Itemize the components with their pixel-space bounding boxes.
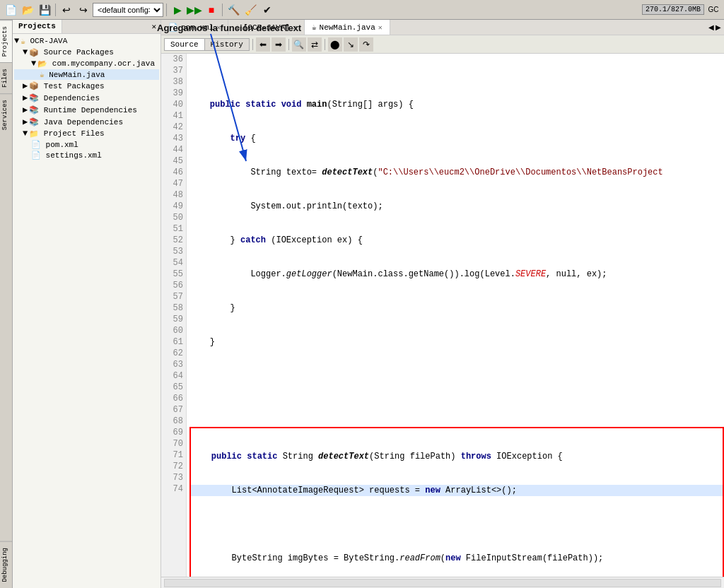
tree-newmain[interactable]: ☕ NewMain.java [14,69,159,80]
tree-test-packages[interactable]: ▶ 📦 Test Packages [14,80,159,92]
stop-btn[interactable]: ■ [204,2,219,18]
memory-indicator: 270.1/827.0MB [642,4,704,15]
doc-tab-ocr[interactable]: ☕ [OCR-JAVA] ✕ [228,20,305,35]
sep2 [166,4,167,16]
tab-nav-left[interactable]: ◀ [708,23,714,31]
config-combo[interactable]: <default config> [93,3,163,17]
sep3 [222,4,223,16]
line-numbers: 36 37 38 39 40 41 42 43 44 45 46 47 48 4… [161,54,187,577]
clean-btn[interactable]: 🧹 [243,2,258,18]
new-project-btn[interactable]: 📄 [3,2,18,18]
doc-tab-newmain[interactable]: ☕ NewMain.java ✕ [305,20,390,35]
code-line-45: public static String detectText(String f… [191,451,723,462]
redo-btn[interactable]: ↪ [76,2,91,18]
tree-package[interactable]: ▼ 📂 com.mycompany.ocr.java [14,58,159,69]
code-line-38: String texto= detectText("C:\\Users\\euc… [189,167,724,178]
ed-sep3 [325,39,325,50]
expand-icon8: ▼ [23,129,28,139]
ed-find[interactable]: 🔍 [292,37,306,52]
tree-dependencies[interactable]: ▶ 📚 Dependencies [14,92,159,104]
tree-ocr-java[interactable]: ▼ ☕ OCR-JAVA [14,35,159,47]
sidebar-close-btn[interactable]: ✕ [147,20,160,33]
tree-source-packages[interactable]: ▼ 📦 Source Packages [14,47,159,58]
tab-nav-right[interactable]: ▶ [716,23,721,31]
vtab-debugging[interactable]: Debugging [0,541,12,588]
source-tab[interactable]: Source [165,39,205,50]
doc-tab-pom[interactable]: 📄 pom.xml ✕ [161,20,228,35]
editor-panel: 📄 pom.xml ✕ ☕ [OCR-JAVA] ✕ ☕ NewMain.jav… [161,20,724,588]
undo-btn[interactable]: ↩ [59,2,74,18]
code-line-47 [191,519,723,530]
vtab-projects[interactable]: Projects [0,20,12,62]
code-line-46: List<AnnotateImageRequest> requests = ne… [191,485,723,496]
expand-icon3: ▼ [31,59,36,69]
project-tree: ▼ ☕ OCR-JAVA ▼ 📦 Source Packages ▼ 📂 com… [13,34,160,588]
expand-icon6: ▶ [23,105,28,115]
tree-pom-xml[interactable]: 📄 pom.xml [14,139,159,150]
ed-back[interactable]: ⬅ [256,37,270,52]
close-newmain[interactable]: ✕ [378,23,383,32]
bottom-scrollbar[interactable] [161,577,724,588]
history-tab[interactable]: History [205,39,249,50]
ed-sep2 [288,39,289,50]
editor-toolbar: Source History ⬅ ➡ 🔍 ⇄ ⬤ ↘ ↷ [161,35,724,54]
code-line-40: } catch (IOException ex) { [189,235,724,246]
open-btn[interactable]: 📂 [20,2,35,18]
close-pom[interactable]: ✕ [216,23,221,32]
test-btn[interactable]: ✔ [259,2,275,18]
tree-runtime-deps[interactable]: ▶ 📚 Runtime Dependencies [14,104,159,116]
tree-java-deps[interactable]: ▶ 📚 Java Dependencies [14,116,159,128]
ed-toggle-bkpt[interactable]: ⬤ [328,37,342,52]
doc-tab-bar: 📄 pom.xml ✕ ☕ [OCR-JAVA] ✕ ☕ NewMain.jav… [161,20,724,35]
tree-settings-xml[interactable]: 📄 settings.xml [14,150,159,160]
horizontal-scrollbar[interactable] [164,579,721,587]
expand-icon: ▼ [14,36,19,46]
vtab-services[interactable]: Services [0,93,12,136]
detect-text-method-box: public static String detectText(String f… [189,427,724,577]
sidebar-tab-bar: Projects ✕ [13,20,160,34]
tree-project-files[interactable]: ▼ 📁 Project Files [14,128,159,139]
code-line-42: } [189,302,724,314]
code-line-36: public static void main(String[] args) { [189,99,724,110]
save-btn[interactable]: 💾 [37,2,52,18]
close-ocr[interactable]: ✕ [293,23,297,32]
vtab-files[interactable]: Files [0,62,12,93]
code-line-43: } [189,336,724,348]
sep1 [55,4,56,16]
tab-nav: ◀ ▶ [706,23,724,31]
ed-step-over[interactable]: ↷ [359,37,373,52]
code-line-39: System.out.println(texto); [189,201,724,212]
code-line-44 [189,370,724,382]
ed-replace[interactable]: ⇄ [308,37,322,52]
sidebar-tab-projects[interactable]: Projects [13,20,62,33]
vertical-tab-bar: Projects Files Services Debugging [0,20,13,588]
project-sidebar: Projects ✕ ▼ ☕ OCR-JAVA ▼ 📦 Source Packa… [13,20,161,588]
expand-icon2: ▼ [23,47,28,57]
build-btn[interactable]: 🔨 [226,2,241,18]
code-editor[interactable]: 36 37 38 39 40 41 42 43 44 45 46 47 48 4… [161,54,724,577]
code-lines: public static void main(String[] args) {… [187,54,724,577]
debug-btn[interactable]: ▶▶ [187,2,202,18]
expand-icon4: ▶ [23,81,28,91]
ed-sep1 [252,39,253,50]
run-btn[interactable]: ▶ [170,2,185,18]
ed-step-into[interactable]: ↘ [344,37,358,52]
expand-icon5: ▶ [23,93,28,103]
code-line-48: ByteString imgBytes = ByteString.readFro… [191,553,723,564]
ed-forward[interactable]: ➡ [272,37,286,52]
expand-icon7: ▶ [23,117,28,127]
code-line-41: Logger.getLogger(NewMain.class.getName()… [189,269,724,280]
main-toolbar: 📄 📂 💾 ↩ ↪ <default config> ▶ ▶▶ ■ 🔨 🧹 ✔ … [0,0,724,20]
code-line-37: try { [189,133,724,144]
gc-btn[interactable]: GC [706,2,721,18]
